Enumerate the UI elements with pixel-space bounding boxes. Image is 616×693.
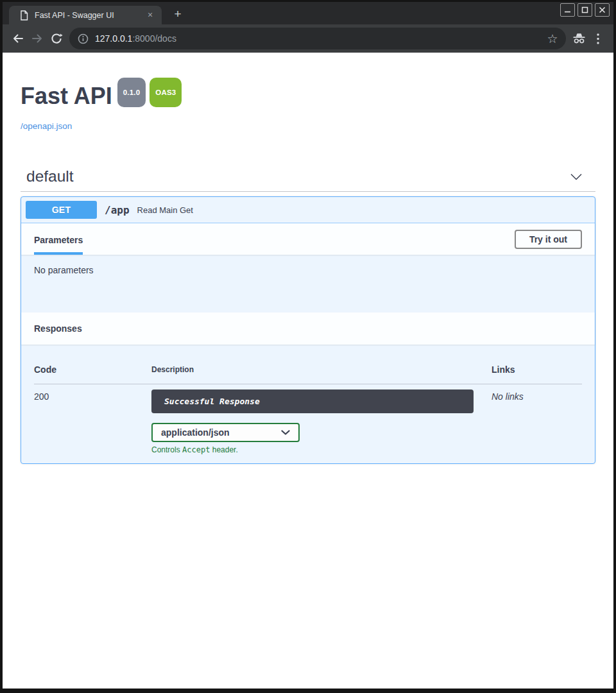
browser-window: Fast API - Swagger UI × +: [0, 0, 616, 693]
forward-button[interactable]: [28, 29, 47, 48]
bookmark-star-icon[interactable]: ☆: [544, 30, 561, 47]
select-chevron-down-icon: [281, 430, 290, 435]
column-description: Description: [151, 365, 492, 375]
tab-close-icon[interactable]: ×: [144, 10, 156, 21]
maximize-button[interactable]: [578, 3, 592, 17]
incognito-icon: [569, 29, 588, 48]
browser-tab[interactable]: Fast API - Swagger UI ×: [9, 6, 162, 24]
address-bar[interactable]: 127.0.0.1:8000/docs ☆: [69, 28, 566, 49]
operation-path: /app: [105, 204, 130, 216]
no-parameters-text: No parameters: [34, 265, 94, 275]
reload-button[interactable]: [47, 29, 66, 48]
tab-title: Fast API - Swagger UI: [35, 11, 144, 20]
version-badge: 0.1.0: [117, 78, 146, 107]
operation-summary: Read Main Get: [137, 205, 193, 215]
menu-button[interactable]: [588, 29, 608, 48]
tab-strip: Fast API - Swagger UI × +: [3, 2, 613, 24]
try-it-out-button[interactable]: Try it out: [515, 230, 582, 249]
responses-body: Code Description Links 200 Successful Re…: [21, 345, 595, 463]
response-description-box: Successful Response: [151, 389, 474, 413]
media-type-value: application/json: [161, 427, 230, 438]
column-links: Links: [492, 365, 582, 375]
response-links: No links: [492, 384, 582, 454]
response-description-cell: Successful Response application/json Con…: [151, 384, 492, 454]
tag-section-default[interactable]: default: [21, 167, 595, 192]
page-content: Fast API0.1.0OAS3 /openapi.json default …: [3, 53, 613, 689]
new-tab-button[interactable]: +: [169, 6, 186, 22]
api-info: Fast API0.1.0OAS3 /openapi.json: [21, 53, 595, 132]
back-button[interactable]: [8, 29, 28, 48]
opblock-get-app: GET /app Read Main Get Parameters Try it…: [21, 196, 595, 464]
response-code: 200: [34, 384, 151, 454]
responses-table-header: Code Description Links: [34, 365, 582, 384]
browser-toolbar: 127.0.0.1:8000/docs ☆: [3, 24, 613, 53]
accept-header-hint: Controls Accept header.: [151, 445, 492, 454]
site-info-icon[interactable]: [78, 33, 89, 44]
tab-parameters[interactable]: Parameters: [34, 235, 83, 255]
response-row-200: 200 Successful Response application/json: [34, 384, 582, 454]
tag-title: default: [26, 167, 74, 185]
parameters-header: Parameters Try it out: [21, 223, 595, 255]
api-title: Fast API0.1.0OAS3: [21, 83, 595, 116]
responses-header: Responses: [21, 312, 595, 345]
window-controls: [560, 3, 610, 17]
method-badge: GET: [26, 201, 97, 219]
opblock-body: Parameters Try it out No parameters Resp…: [21, 223, 595, 463]
chevron-down-icon[interactable]: [570, 173, 594, 180]
close-button[interactable]: [595, 3, 610, 17]
opblock-summary[interactable]: GET /app Read Main Get: [21, 197, 595, 223]
column-code: Code: [34, 365, 151, 375]
minimize-button[interactable]: [560, 3, 575, 17]
parameters-body: No parameters: [21, 255, 595, 312]
responses-title: Responses: [34, 323, 82, 334]
url-text: 127.0.0.1:8000/docs: [95, 33, 176, 44]
media-type-select[interactable]: application/json: [151, 423, 300, 442]
openapi-json-link[interactable]: /openapi.json: [21, 121, 72, 131]
document-favicon-icon: [20, 10, 28, 21]
oas3-badge: OAS3: [150, 78, 182, 107]
